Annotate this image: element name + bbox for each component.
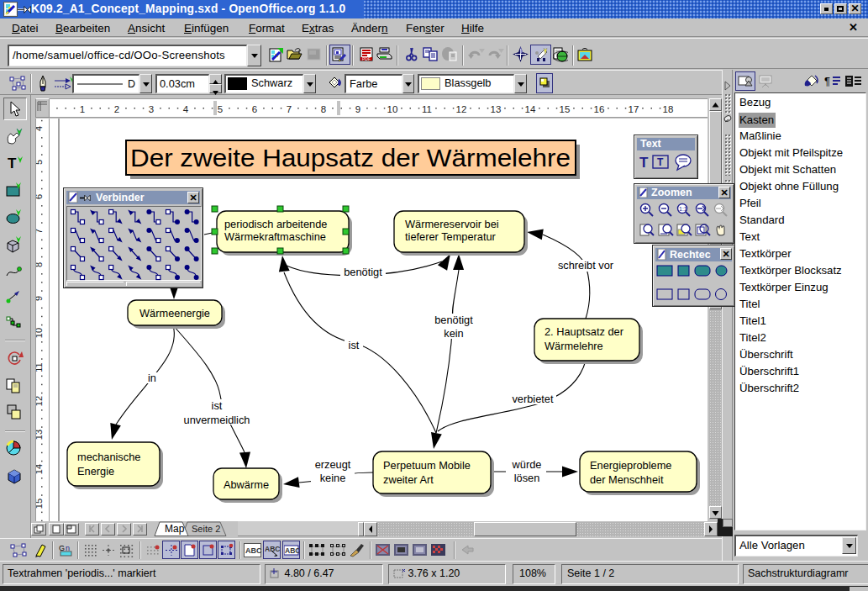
svg-text:Wärmereservoir bei: Wärmereservoir bei: [405, 218, 499, 230]
svg-text:T: T: [8, 156, 17, 171]
svg-text:8: 8: [321, 104, 326, 114]
svg-text:keine: keine: [320, 472, 346, 484]
svg-text:zweiter Art: zweiter Art: [383, 473, 434, 486]
svg-text:12: 12: [36, 396, 44, 406]
svg-text:12: 12: [456, 104, 467, 114]
svg-text:ABC: ABC: [245, 546, 262, 555]
svg-text:Perpetuum Mobile: Perpetuum Mobile: [383, 459, 471, 472]
svg-text:Abwärme: Abwärme: [224, 478, 269, 491]
svg-text:11: 11: [36, 362, 44, 372]
svg-text:8: 8: [36, 262, 44, 267]
svg-text:¶: ¶: [824, 75, 830, 87]
svg-text:mechanische: mechanische: [77, 451, 140, 463]
svg-text:17: 17: [629, 104, 639, 114]
svg-text:Seite 2: Seite 2: [192, 524, 220, 534]
svg-text:9: 9: [355, 104, 360, 114]
svg-text:9: 9: [36, 296, 44, 301]
svg-text:würde: würde: [512, 458, 542, 471]
svg-text:benötigt: benötigt: [344, 266, 382, 278]
svg-text:periodisch arbeitende: periodisch arbeitende: [224, 218, 327, 230]
svg-text:7: 7: [36, 229, 44, 234]
svg-text:4: 4: [183, 104, 189, 114]
svg-text:Wärmelehre: Wärmelehre: [544, 340, 603, 352]
svg-text:ABC: ABC: [285, 546, 299, 555]
svg-text:PDF: PDF: [362, 56, 371, 61]
svg-text:schreibt vor: schreibt vor: [558, 259, 614, 272]
svg-text:18: 18: [663, 104, 674, 114]
svg-text:ist: ist: [349, 339, 360, 351]
svg-text:Wärmeenergie: Wärmeenergie: [139, 307, 210, 319]
svg-text:2: 2: [114, 104, 119, 114]
svg-text:15: 15: [36, 499, 44, 509]
svg-text:in: in: [148, 372, 156, 384]
svg-text:ist: ist: [212, 399, 223, 412]
svg-text:14: 14: [525, 104, 536, 114]
svg-text:1: 1: [80, 104, 85, 114]
svg-text:unvermeidlich: unvermeidlich: [184, 414, 250, 426]
svg-text:Energieprobleme: Energieprobleme: [590, 459, 671, 472]
svg-text:D: D: [128, 78, 135, 90]
svg-text:Wärmekraftmaschine: Wärmekraftmaschine: [224, 230, 326, 243]
svg-text:1:1: 1:1: [679, 206, 687, 212]
svg-text:15: 15: [560, 104, 571, 114]
svg-text:Energie: Energie: [77, 465, 114, 478]
svg-text:16: 16: [594, 104, 605, 114]
svg-text:4: 4: [36, 126, 44, 131]
svg-text:tieferer Temperatur: tieferer Temperatur: [405, 230, 497, 243]
svg-text:der Menschheit: der Menschheit: [590, 473, 664, 486]
svg-text:14: 14: [36, 464, 44, 474]
svg-text:T: T: [639, 155, 649, 171]
svg-text:13: 13: [491, 104, 502, 114]
svg-text:Der zweite Haupsatz der Wärmel: Der zweite Haupsatz der Wärmelehre: [130, 145, 571, 171]
svg-text:Map: Map: [165, 523, 185, 535]
svg-text:5: 5: [218, 104, 223, 114]
svg-text:6: 6: [36, 194, 44, 199]
svg-text:verbietet: verbietet: [512, 393, 554, 405]
svg-text:2. Hauptsatz der: 2. Hauptsatz der: [544, 325, 624, 338]
svg-text:10: 10: [36, 328, 44, 338]
svg-text:10: 10: [387, 104, 398, 114]
svg-text:11: 11: [422, 104, 432, 114]
svg-text:kein: kein: [444, 327, 463, 340]
svg-text:5: 5: [36, 160, 44, 165]
svg-text:6: 6: [252, 104, 257, 114]
svg-text:lösen: lösen: [514, 472, 540, 484]
svg-text:13: 13: [36, 430, 44, 440]
svg-text:3: 3: [149, 104, 154, 114]
svg-text:7: 7: [287, 104, 292, 114]
svg-text:benötigt: benötigt: [434, 314, 473, 326]
svg-text:erzeugt: erzeugt: [315, 458, 351, 471]
svg-text:T: T: [657, 156, 664, 168]
